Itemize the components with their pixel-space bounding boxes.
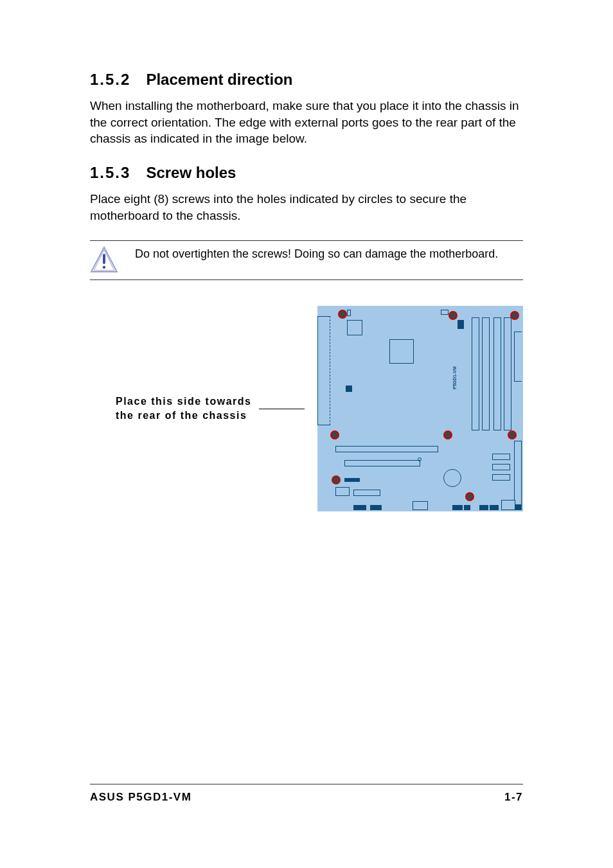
caution-callout: Do not overtighten the screws! Doing so … bbox=[90, 240, 523, 280]
svg-point-3 bbox=[103, 266, 105, 269]
footer-model: ASUS P5GD1-VM bbox=[90, 791, 191, 804]
section-title: Placement direction bbox=[146, 71, 292, 88]
section-number: 1.5.3 bbox=[90, 164, 130, 181]
section-1-5-2-heading: 1.5.2Placement direction bbox=[90, 71, 523, 89]
svg-rect-2 bbox=[103, 254, 105, 264]
caution-text: Do not overtighten the screws! Doing so … bbox=[135, 246, 498, 261]
page-footer: ASUS P5GD1-VM 1-7 bbox=[90, 784, 523, 804]
page-number: 1-7 bbox=[504, 791, 523, 804]
board-model-label: P5GD1-VM bbox=[452, 366, 457, 389]
pointer-line bbox=[259, 409, 305, 409]
placement-paragraph: When installing the motherboard, make su… bbox=[90, 98, 523, 147]
section-1-5-3-heading: 1.5.3Screw holes bbox=[90, 164, 523, 182]
caution-icon bbox=[90, 246, 118, 274]
motherboard-illustration: P5GD1-VM bbox=[317, 306, 523, 511]
diagram-side-label: Place this side towards the rear of the … bbox=[116, 394, 251, 423]
motherboard-diagram: Place this side towards the rear of the … bbox=[90, 306, 523, 511]
section-number: 1.5.2 bbox=[90, 71, 130, 88]
screw-paragraph: Place eight (8) screws into the holes in… bbox=[90, 191, 523, 224]
section-title: Screw holes bbox=[146, 164, 236, 181]
